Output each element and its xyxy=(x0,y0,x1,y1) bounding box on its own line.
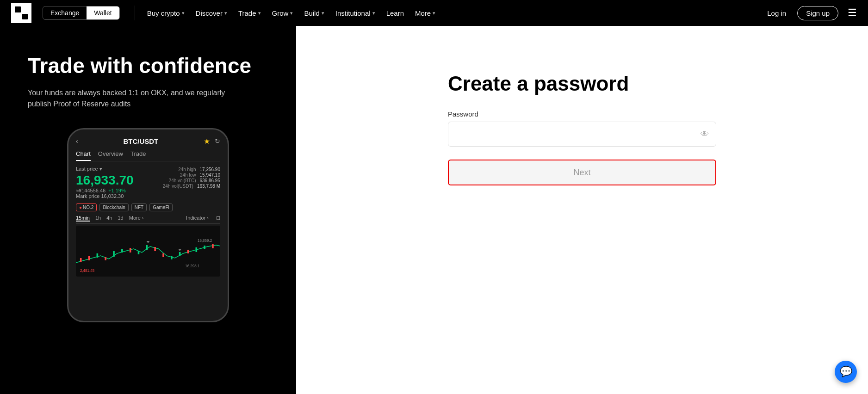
chart-settings-icon[interactable]: ⊟ xyxy=(216,215,220,222)
chevron-down-icon: ▾ xyxy=(290,10,293,16)
chevron-down-icon: ▾ xyxy=(372,10,375,16)
svg-rect-7 xyxy=(130,248,131,252)
svg-rect-0 xyxy=(76,226,220,277)
refresh-icon: ↻ xyxy=(215,137,220,145)
stat-value: 15,947.10 xyxy=(200,172,221,178)
tag-row: ●NO.2 Blockchain NFT GameFi xyxy=(76,203,220,211)
main-price: 16,933.70 xyxy=(76,173,134,188)
phone-mockup: ‹ BTC/USDT ★ ↻ Chart Overview Trade Last… xyxy=(67,128,229,322)
svg-rect-9 xyxy=(146,245,148,250)
time-1d[interactable]: 1d xyxy=(118,215,123,222)
svg-rect-13 xyxy=(179,252,181,256)
svg-rect-3 xyxy=(97,253,99,258)
left-panel: Trade with confidence Your funds are alw… xyxy=(0,26,296,394)
chart-area: 16,859.2 16,298.1 2,481.45 xyxy=(76,226,220,277)
tag-nft: NFT xyxy=(131,203,147,211)
price-label: Last price ▾ xyxy=(76,166,134,172)
phone-tabs: Chart Overview Trade xyxy=(76,150,220,161)
nav-buy-crypto[interactable]: Buy crypto ▾ xyxy=(143,6,189,21)
svg-rect-17 xyxy=(212,244,214,248)
svg-rect-16 xyxy=(204,246,205,249)
indicator-button[interactable]: Indicator › xyxy=(186,215,209,222)
nav-discover[interactable]: Discover ▾ xyxy=(191,6,232,21)
svg-text:16,859.2: 16,859.2 xyxy=(198,238,212,243)
chevron-down-icon: ▾ xyxy=(322,10,324,16)
svg-rect-10 xyxy=(154,247,156,251)
password-input-wrapper: 👁 xyxy=(448,122,716,147)
svg-rect-2 xyxy=(88,256,90,260)
time-15min[interactable]: 15min xyxy=(76,215,90,222)
price-section: Last price ▾ 16,933.70 ≈¥144556.46 +1.19… xyxy=(76,166,134,199)
nav-actions: Log in Sign up ☰ xyxy=(762,6,857,21)
nav-institutional[interactable]: Institutional ▾ xyxy=(331,6,380,21)
price-change: +1.19% xyxy=(108,188,126,193)
svg-rect-8 xyxy=(138,251,140,254)
tab-chart[interactable]: Chart xyxy=(76,150,91,161)
wallet-toggle[interactable]: Wallet xyxy=(87,6,119,19)
hero-headline: Trade with confidence xyxy=(28,54,268,78)
form-title: Create a password xyxy=(448,72,716,95)
navbar: Exchange Wallet Buy crypto ▾ Discover ▾ … xyxy=(0,0,868,26)
form-container: Create a password Password 👁 Next xyxy=(448,72,716,185)
signup-button[interactable]: Sign up xyxy=(797,6,838,20)
chevron-down-icon: ▾ xyxy=(224,10,227,16)
tab-trade[interactable]: Trade xyxy=(130,150,146,161)
svg-rect-15 xyxy=(196,247,198,252)
time-more[interactable]: More › xyxy=(129,215,144,222)
svg-rect-12 xyxy=(171,256,173,259)
svg-text:16,298.1: 16,298.1 xyxy=(185,263,199,268)
nav-more[interactable]: More ▾ xyxy=(410,6,440,21)
phone-icons: ★ ↻ xyxy=(204,137,220,146)
chevron-down-icon: ▾ xyxy=(433,10,435,16)
svg-rect-4 xyxy=(105,257,106,260)
star-icon: ★ xyxy=(204,137,210,146)
exchange-toggle[interactable]: Exchange xyxy=(43,6,87,19)
nav-grow[interactable]: Grow ▾ xyxy=(267,6,298,21)
exchange-wallet-toggle: Exchange Wallet xyxy=(43,6,120,20)
chevron-down-icon: ▾ xyxy=(182,10,185,16)
password-input[interactable] xyxy=(448,122,716,147)
time-row: 15min 1h 4h 1d More › Indicator › ⊟ xyxy=(76,215,220,224)
next-button[interactable]: Next xyxy=(448,160,716,185)
mark-price: Mark price 16,032.30 xyxy=(76,193,134,199)
tag-blockchain: Blockchain xyxy=(99,203,128,211)
svg-rect-14 xyxy=(187,250,189,253)
svg-rect-1 xyxy=(80,258,82,262)
stat-label: 24h high xyxy=(178,167,196,172)
stat-value: 17,256.90 xyxy=(200,167,221,172)
time-4h[interactable]: 4h xyxy=(106,215,112,222)
tag-gamefi: GameFi xyxy=(149,203,173,211)
nav-learn[interactable]: Learn xyxy=(382,6,409,21)
svg-rect-6 xyxy=(121,249,123,252)
svg-rect-11 xyxy=(162,253,164,257)
nav-build[interactable]: Build ▾ xyxy=(299,6,329,21)
nav-links: Buy crypto ▾ Discover ▾ Trade ▾ Grow ▾ B… xyxy=(143,6,758,21)
stat-value: 636,86.95 xyxy=(200,178,221,183)
stat-label: 24h vol(USDT) xyxy=(163,184,193,189)
stat-label: 24h low xyxy=(180,172,196,178)
phone-mockup-wrapper: ‹ BTC/USDT ★ ↻ Chart Overview Trade Last… xyxy=(28,128,268,394)
main-content: Trade with confidence Your funds are alw… xyxy=(0,26,868,394)
right-panel: Create a password Password 👁 Next xyxy=(296,26,868,394)
stat-value: 163,7.98 M xyxy=(197,184,220,189)
login-button[interactable]: Log in xyxy=(762,6,792,21)
stat-label: 24h vol(BTC) xyxy=(169,178,196,183)
chevron-down-icon: ▾ xyxy=(258,10,261,16)
svg-text:2,481.45: 2,481.45 xyxy=(80,268,94,273)
tab-overview[interactable]: Overview xyxy=(98,150,123,161)
chat-bubble[interactable]: 💬 xyxy=(835,361,857,383)
trading-pair: BTC/USDT xyxy=(123,137,158,145)
svg-rect-5 xyxy=(113,251,115,257)
hamburger-menu[interactable]: ☰ xyxy=(848,7,857,19)
tag-no2: ●NO.2 xyxy=(76,203,97,211)
nav-trade[interactable]: Trade ▾ xyxy=(234,6,266,21)
chat-icon: 💬 xyxy=(840,366,852,378)
nav-divider xyxy=(135,6,135,20)
hero-subtext: Your funds are always backed 1:1 on OKX,… xyxy=(28,87,241,110)
approx-price: ≈¥144556.46 xyxy=(76,188,105,193)
time-1h[interactable]: 1h xyxy=(95,215,101,222)
phone-header: ‹ BTC/USDT ★ ↻ xyxy=(76,137,220,146)
back-icon: ‹ xyxy=(76,137,78,145)
logo[interactable] xyxy=(11,3,31,23)
eye-icon[interactable]: 👁 xyxy=(701,129,709,139)
